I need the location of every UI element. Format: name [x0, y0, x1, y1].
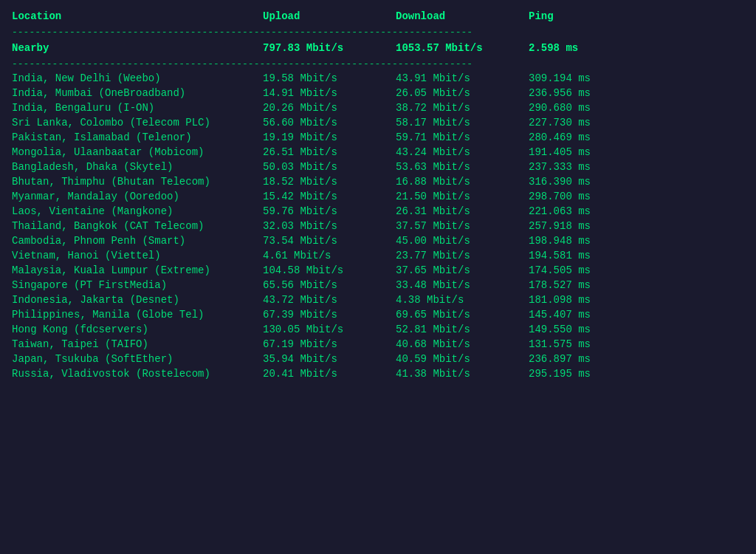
- row-ping: 174.505 ms: [529, 264, 632, 276]
- row-upload: 35.94 Mbit/s: [263, 353, 396, 365]
- nearby-row: Nearby 797.83 Mbit/s 1053.57 Mbit/s 2.59…: [12, 39, 744, 57]
- row-location: Sri Lanka, Colombo (Telecom PLC): [12, 117, 263, 129]
- row-download: 43.24 Mbit/s: [396, 146, 529, 158]
- row-location: India, New Delhi (Weebo): [12, 72, 263, 84]
- row-location: Japan, Tsukuba (SoftEther): [12, 353, 263, 365]
- row-ping: 149.550 ms: [529, 324, 632, 335]
- row-download: 33.48 Mbit/s: [396, 279, 529, 291]
- table-row: Hong Kong (fdcservers) 130.05 Mbit/s 52.…: [12, 322, 744, 337]
- row-location: Russia, Vladivostok (Rostelecom): [12, 368, 263, 380]
- row-upload: 20.41 Mbit/s: [263, 368, 396, 380]
- row-upload: 50.03 Mbit/s: [263, 161, 396, 173]
- row-location: Cambodia, Phnom Penh (Smart): [12, 235, 263, 247]
- row-upload: 20.26 Mbit/s: [263, 102, 396, 114]
- table-row: Mongolia, Ulaanbaatar (Mobicom) 26.51 Mb…: [12, 145, 744, 160]
- row-location: Philippines, Manila (Globe Tel): [12, 309, 263, 321]
- row-download: 59.71 Mbit/s: [396, 131, 529, 143]
- row-upload: 26.51 Mbit/s: [263, 146, 396, 158]
- row-ping: 181.098 ms: [529, 294, 632, 306]
- row-upload: 59.76 Mbit/s: [263, 205, 396, 217]
- row-upload: 104.58 Mbit/s: [263, 264, 396, 276]
- divider-bottom: ----------------------------------------…: [12, 57, 744, 71]
- row-upload: 43.72 Mbit/s: [263, 294, 396, 306]
- row-upload: 32.03 Mbit/s: [263, 220, 396, 232]
- row-ping: 145.407 ms: [529, 309, 632, 321]
- row-download: 45.00 Mbit/s: [396, 235, 529, 247]
- row-download: 69.65 Mbit/s: [396, 309, 529, 321]
- row-download: 40.68 Mbit/s: [396, 338, 529, 350]
- row-upload: 19.19 Mbit/s: [263, 131, 396, 143]
- row-download: 23.77 Mbit/s: [396, 250, 529, 261]
- row-location: Taiwan, Taipei (TAIFO): [12, 338, 263, 350]
- table-row: Malaysia, Kuala Lumpur (Extreme) 104.58 …: [12, 263, 744, 278]
- row-ping: 309.194 ms: [529, 72, 632, 84]
- row-ping: 236.956 ms: [529, 87, 632, 99]
- table-row: India, New Delhi (Weebo) 19.58 Mbit/s 43…: [12, 71, 744, 86]
- row-upload: 4.61 Mbit/s: [263, 250, 396, 261]
- table-row: Thailand, Bangkok (CAT Telecom) 32.03 Mb…: [12, 219, 744, 233]
- row-ping: 194.581 ms: [529, 250, 632, 261]
- row-upload: 14.91 Mbit/s: [263, 87, 396, 99]
- table-row: Japan, Tsukuba (SoftEther) 35.94 Mbit/s …: [12, 352, 744, 366]
- row-download: 16.88 Mbit/s: [396, 176, 529, 188]
- row-download: 38.72 Mbit/s: [396, 102, 529, 114]
- row-download: 58.17 Mbit/s: [396, 117, 529, 129]
- row-ping: 316.390 ms: [529, 176, 632, 188]
- table-row: Myanmar, Mandalay (Ooredoo) 15.42 Mbit/s…: [12, 189, 744, 204]
- row-ping: 295.195 ms: [529, 368, 632, 380]
- table-row: Bangladesh, Dhaka (Skytel) 50.03 Mbit/s …: [12, 160, 744, 174]
- row-location: Pakistan, Islamabad (Telenor): [12, 131, 263, 143]
- row-ping: 290.680 ms: [529, 102, 632, 114]
- row-download: 21.50 Mbit/s: [396, 191, 529, 202]
- row-download: 26.05 Mbit/s: [396, 87, 529, 99]
- row-download: 43.91 Mbit/s: [396, 72, 529, 84]
- row-location: Bhutan, Thimphu (Bhutan Telecom): [12, 176, 263, 188]
- row-download: 37.65 Mbit/s: [396, 264, 529, 276]
- row-location: Thailand, Bangkok (CAT Telecom): [12, 220, 263, 232]
- row-ping: 298.700 ms: [529, 191, 632, 202]
- nearby-upload: 797.83 Mbit/s: [263, 42, 396, 54]
- table-row: Bhutan, Thimphu (Bhutan Telecom) 18.52 M…: [12, 174, 744, 189]
- row-ping: 280.469 ms: [529, 131, 632, 143]
- row-location: Laos, Vientaine (Mangkone): [12, 205, 263, 217]
- table-row: Cambodia, Phnom Penh (Smart) 73.54 Mbit/…: [12, 233, 744, 248]
- row-ping: 237.333 ms: [529, 161, 632, 173]
- row-location: Hong Kong (fdcservers): [12, 324, 263, 335]
- row-download: 52.81 Mbit/s: [396, 324, 529, 335]
- row-download: 26.31 Mbit/s: [396, 205, 529, 217]
- row-ping: 198.948 ms: [529, 235, 632, 247]
- row-upload: 15.42 Mbit/s: [263, 191, 396, 202]
- nearby-location: Nearby: [12, 42, 263, 54]
- row-ping: 221.063 ms: [529, 205, 632, 217]
- table-row: Russia, Vladivostok (Rostelecom) 20.41 M…: [12, 366, 744, 381]
- table-row: India, Mumbai (OneBroadband) 14.91 Mbit/…: [12, 86, 744, 100]
- row-upload: 18.52 Mbit/s: [263, 176, 396, 188]
- row-upload: 73.54 Mbit/s: [263, 235, 396, 247]
- row-location: Malaysia, Kuala Lumpur (Extreme): [12, 264, 263, 276]
- row-download: 4.38 Mbit/s: [396, 294, 529, 306]
- table-header: Location Upload Download Ping: [12, 7, 744, 25]
- row-location: Mongolia, Ulaanbaatar (Mobicom): [12, 146, 263, 158]
- row-ping: 227.730 ms: [529, 117, 632, 129]
- row-location: Indonesia, Jakarta (Desnet): [12, 294, 263, 306]
- row-upload: 67.39 Mbit/s: [263, 309, 396, 321]
- header-ping: Ping: [529, 10, 632, 22]
- row-location: Singapore (PT FirstMedia): [12, 279, 263, 291]
- row-location: Bangladesh, Dhaka (Skytel): [12, 161, 263, 173]
- table-row: Pakistan, Islamabad (Telenor) 19.19 Mbit…: [12, 130, 744, 145]
- table-row: Taiwan, Taipei (TAIFO) 67.19 Mbit/s 40.6…: [12, 337, 744, 352]
- row-upload: 130.05 Mbit/s: [263, 324, 396, 335]
- row-ping: 236.897 ms: [529, 353, 632, 365]
- nearby-download: 1053.57 Mbit/s: [396, 42, 529, 54]
- table-row: Indonesia, Jakarta (Desnet) 43.72 Mbit/s…: [12, 293, 744, 307]
- row-upload: 67.19 Mbit/s: [263, 338, 396, 350]
- row-ping: 257.918 ms: [529, 220, 632, 232]
- row-location: India, Mumbai (OneBroadband): [12, 87, 263, 99]
- row-location: India, Bengaluru (I-ON): [12, 102, 263, 114]
- row-location: Vietnam, Hanoi (Viettel): [12, 250, 263, 261]
- header-download: Download: [396, 10, 529, 22]
- row-download: 53.63 Mbit/s: [396, 161, 529, 173]
- row-download: 40.59 Mbit/s: [396, 353, 529, 365]
- row-location: Myanmar, Mandalay (Ooredoo): [12, 191, 263, 202]
- row-upload: 56.60 Mbit/s: [263, 117, 396, 129]
